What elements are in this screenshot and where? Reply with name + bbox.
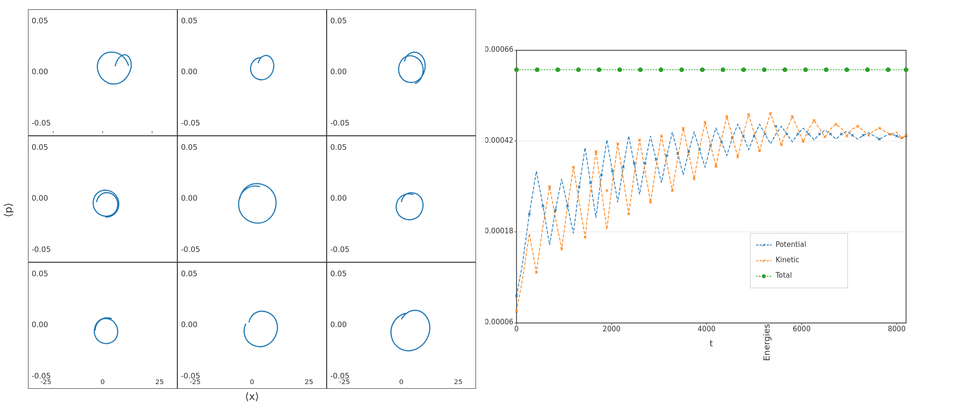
svg-text:-25: -25	[189, 378, 201, 385]
svg-point-68	[658, 68, 663, 72]
svg-point-80	[904, 68, 909, 72]
grid-cell-2-1: 0.05 0.00 -0.05 -25 0 25	[177, 262, 327, 389]
grid-cell-0-2: 0.05 0.00 -0.05	[327, 9, 476, 136]
phase-space-grid: 0.05 0.00 -0.05 0.05 0.00 -0.05	[28, 9, 476, 389]
svg-point-71	[721, 68, 725, 72]
x-axis-label-right: t	[710, 338, 713, 348]
left-panel-wrapper: ⟨p⟩ 0.05 0.00 -0.05	[9, 9, 476, 411]
x-axis-label: ⟨x⟩	[28, 391, 476, 402]
grid-cell-1-2: 0.05 0.00 -0.05	[327, 136, 476, 262]
svg-point-65	[597, 68, 602, 72]
svg-text:2000: 2000	[602, 325, 620, 333]
svg-point-75	[803, 68, 808, 72]
svg-text:0: 0	[399, 378, 403, 385]
svg-text:0.00: 0.00	[181, 67, 197, 76]
svg-point-74	[783, 68, 787, 72]
svg-text:0: 0	[250, 378, 254, 385]
svg-text:25: 25	[155, 378, 164, 385]
svg-text:-25: -25	[40, 378, 51, 385]
y-axis-label: ⟨p⟩	[2, 203, 14, 217]
svg-text:0.00: 0.00	[181, 320, 197, 329]
svg-text:25: 25	[305, 378, 314, 385]
grid-cell-0-0: 0.05 0.00 -0.05	[28, 9, 177, 136]
grid-cell-0-1: 0.05 0.00 -0.05	[177, 9, 327, 136]
legend-total: Total	[775, 271, 792, 280]
svg-text:0.05: 0.05	[181, 269, 197, 278]
svg-text:-0.05: -0.05	[181, 245, 200, 254]
svg-text:-0.05: -0.05	[181, 119, 200, 127]
right-panel: 0.00066 0.00042 0.00018 -0.00006 0 2000 …	[485, 9, 971, 411]
svg-text:-0.05: -0.05	[330, 245, 350, 254]
svg-text:-0.05: -0.05	[330, 119, 350, 127]
svg-point-66	[617, 68, 622, 72]
svg-text:0.00: 0.00	[330, 320, 347, 329]
svg-point-73	[762, 68, 767, 72]
svg-text:0.00018: 0.00018	[485, 227, 513, 235]
svg-point-61	[514, 68, 519, 72]
svg-text:0.00: 0.00	[32, 194, 48, 203]
svg-text:0.05: 0.05	[32, 269, 48, 278]
svg-text:6000: 6000	[793, 325, 811, 333]
svg-point-77	[845, 68, 849, 72]
legend-potential: Potential	[776, 240, 806, 249]
svg-text:0.05: 0.05	[181, 16, 197, 25]
svg-text:-0.00006: -0.00006	[485, 318, 513, 326]
svg-text:25: 25	[454, 378, 463, 385]
svg-text:0.05: 0.05	[330, 16, 347, 25]
svg-text:-25: -25	[339, 378, 350, 385]
grid-cell-1-1: 0.05 0.00 -0.05	[177, 136, 327, 262]
svg-point-231	[762, 274, 766, 278]
svg-point-70	[700, 68, 705, 72]
svg-text:0.05: 0.05	[330, 269, 347, 278]
svg-point-63	[555, 68, 560, 72]
grid-cell-1-0: 0.05 0.00 -0.05	[28, 136, 177, 262]
main-container: ⟨p⟩ 0.05 0.00 -0.05	[0, 0, 980, 420]
svg-text:8000: 8000	[888, 325, 905, 333]
svg-text:0.00: 0.00	[330, 67, 347, 76]
svg-text:0.05: 0.05	[32, 143, 48, 152]
svg-text:0: 0	[514, 325, 519, 333]
grid-cell-2-0: 0.05 0.00 -0.05 -25 0 25	[28, 262, 177, 389]
svg-text:0.00: 0.00	[32, 320, 48, 329]
svg-text:-0.05: -0.05	[32, 245, 51, 254]
svg-point-76	[824, 68, 828, 72]
svg-point-67	[638, 68, 643, 72]
svg-text:0.00: 0.00	[32, 67, 48, 76]
svg-point-78	[865, 68, 870, 72]
svg-text:0.05: 0.05	[330, 143, 347, 152]
svg-text:4000: 4000	[698, 325, 715, 333]
y-axis-label-right: Energies	[762, 324, 771, 361]
grid-cell-2-2: 0.05 0.00 -0.05 -25 0 25	[327, 262, 476, 389]
svg-text:0.00: 0.00	[181, 194, 197, 203]
svg-point-79	[886, 68, 890, 72]
svg-text:0.05: 0.05	[181, 143, 197, 152]
svg-text:0.00: 0.00	[330, 194, 347, 203]
svg-point-72	[741, 68, 746, 72]
svg-text:0.05: 0.05	[32, 16, 48, 25]
legend-kinetic: Kinetic	[776, 256, 799, 264]
svg-text:0.00066: 0.00066	[485, 45, 513, 54]
svg-point-64	[576, 68, 581, 72]
svg-text:0: 0	[100, 378, 105, 385]
svg-text:0.00042: 0.00042	[485, 136, 513, 145]
svg-point-62	[535, 68, 539, 72]
svg-text:-0.05: -0.05	[32, 119, 51, 127]
svg-point-69	[679, 68, 684, 72]
